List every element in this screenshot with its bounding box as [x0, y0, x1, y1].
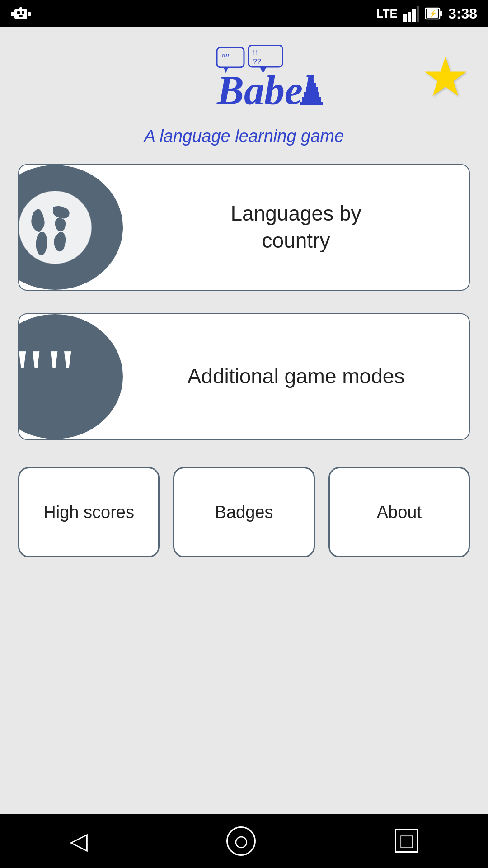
babel-logo: "" !! ?? Babel: [158, 45, 330, 122]
svg-text:⚡: ⚡: [429, 10, 437, 18]
back-button[interactable]: ◁: [70, 827, 88, 854]
bottom-buttons: High scores Badges About: [18, 467, 470, 557]
svg-rect-25: [304, 92, 319, 98]
svg-rect-8: [408, 12, 411, 22]
svg-rect-28: [310, 79, 314, 84]
svg-rect-6: [28, 12, 31, 16]
robot-icon: [11, 4, 31, 24]
svg-rect-5: [11, 12, 14, 16]
home-button[interactable]: ○: [226, 826, 256, 856]
badges-button[interactable]: Badges: [173, 467, 314, 557]
svg-text:": ": [18, 340, 44, 413]
high-scores-button[interactable]: High scores: [18, 467, 160, 557]
app-subtitle: A language learning game: [144, 127, 344, 146]
svg-rect-4: [19, 7, 22, 9]
header: "" !! ?? Babel A language lear: [18, 45, 470, 146]
signal-icon: [403, 5, 419, 22]
svg-rect-12: [440, 11, 442, 16]
logo-area: "" !! ?? Babel A language lear: [144, 45, 344, 146]
main-content: "" !! ?? Babel A language lear: [0, 27, 488, 814]
recent-button[interactable]: □: [395, 829, 418, 853]
battery-icon: ⚡: [425, 5, 443, 22]
badges-label: Badges: [215, 503, 273, 522]
svg-text:Babel: Babel: [216, 68, 314, 113]
high-scores-label: High scores: [43, 503, 134, 522]
languages-by-country-button[interactable]: Languages bycountry: [18, 164, 470, 291]
svg-rect-10: [417, 6, 419, 22]
status-bar: LTE ⚡ 3:38: [0, 0, 488, 27]
additional-game-modes-button[interactable]: " " Additional game modes: [18, 313, 470, 440]
svg-text:!!: !!: [253, 49, 257, 57]
svg-rect-7: [403, 14, 407, 22]
svg-rect-0: [14, 9, 27, 19]
status-time: 3:38: [448, 5, 477, 22]
about-button[interactable]: About: [328, 467, 470, 557]
additional-game-modes-label: Additional game modes: [123, 363, 469, 390]
nav-bar: ◁ ○ □: [0, 814, 488, 868]
quotes-icon: " ": [18, 340, 100, 413]
svg-rect-9: [412, 9, 416, 22]
svg-rect-15: [217, 47, 244, 67]
status-bar-right: LTE ⚡ 3:38: [376, 5, 477, 22]
svg-text:??: ??: [253, 58, 261, 66]
about-label: About: [377, 503, 422, 522]
svg-text:"": "": [221, 52, 229, 63]
svg-rect-1: [17, 11, 20, 14]
status-bar-left: [11, 4, 31, 24]
globe-icon: [18, 187, 96, 268]
svg-text:": ": [46, 340, 75, 413]
globe-icon-area: [18, 165, 123, 290]
lte-label: LTE: [376, 7, 398, 21]
quotes-icon-area: " ": [18, 314, 123, 439]
languages-by-country-label: Languages bycountry: [123, 200, 469, 255]
svg-rect-2: [22, 11, 24, 14]
svg-rect-3: [19, 15, 23, 17]
star-icon[interactable]: ★: [421, 50, 470, 104]
